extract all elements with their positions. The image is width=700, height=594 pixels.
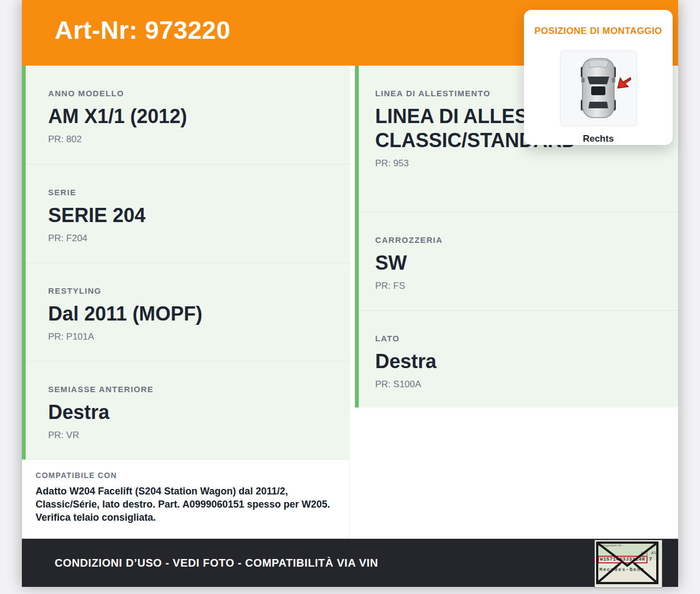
spec-pr-code: PR: 802 — [48, 134, 335, 145]
compatibility-text: Adatto W204 Facelift (S204 Station Wagon… — [36, 485, 347, 525]
spec-label: ANNO MODELLO — [48, 89, 335, 98]
spec-pr-code: PR: 953 — [375, 158, 663, 169]
spec-value: AM X1/1 (2012) — [48, 104, 335, 129]
compatibility-card: COMPATIBILE CON Adatto W204 Facelift (S2… — [22, 459, 350, 539]
spec-section-semiasse-anteriore: SEMIASSE ANTERIORE Destra PR: VR — [26, 361, 350, 459]
spec-pr-code: PR: F204 — [48, 233, 335, 244]
spec-value: SERIE 204 — [48, 203, 335, 228]
spec-label: LATO — [375, 334, 663, 343]
spec-section-serie: SERIE SERIE 204 PR: F204 — [26, 164, 350, 263]
spec-pr-code: PR: VR — [48, 430, 335, 441]
registration-document-thumbnail[interactable]: Fahrgestell-Nr. |4| Al W1571463J3124R 7 … — [595, 540, 662, 587]
spec-section-lato: LATO Destra PR: S100A — [359, 310, 678, 407]
spec-pr-code: PR: P101A — [48, 331, 335, 342]
mounting-position-title: POSIZIONE DI MONTAGGIO — [524, 26, 673, 37]
spec-section-carrozzeria: CARROZZERIA SW PR: FS — [359, 212, 678, 310]
spec-section-restyling: RESTYLING Dal 2011 (MOPF) PR: P101A — [26, 263, 350, 361]
spec-label: SEMIASSE ANTERIORE — [48, 385, 335, 394]
spec-value: Destra — [375, 350, 663, 374]
spec-pr-code: PR: S100A — [375, 379, 663, 390]
spec-value: Dal 2011 (MOPF) — [48, 302, 335, 326]
mounting-position-caption: Rechts — [524, 133, 673, 144]
spec-section-anno-modello: ANNO MODELLO AM X1/1 (2012) PR: 802 — [26, 66, 350, 164]
left-column: ANNO MODELLO AM X1/1 (2012) PR: 802 SERI… — [22, 66, 350, 539]
envelope-outline-icon — [596, 541, 658, 584]
spec-value: SW — [375, 251, 663, 275]
conditions-text: CONDIZIONI D’USO - VEDI FOTO - COMPATIBI… — [55, 557, 378, 569]
listing-page: Art-Nr: 973220 POSIZIONE DI MONTAGGIO — [22, 0, 678, 587]
conditions-bar: CONDIZIONI D’USO - VEDI FOTO - COMPATIBI… — [22, 539, 678, 587]
spec-label: CARROZZERIA — [375, 235, 663, 244]
spec-pr-code: PR: FS — [375, 281, 663, 292]
left-spec-panel: ANNO MODELLO AM X1/1 (2012) PR: 802 SERI… — [22, 66, 350, 459]
mounting-position-image[interactable] — [560, 50, 637, 126]
spec-label: SERIE — [48, 188, 335, 197]
mounting-position-card: POSIZIONE DI MONTAGGIO — [524, 10, 673, 145]
spec-value: Destra — [48, 400, 335, 424]
compatibility-label: COMPATIBILE CON — [36, 471, 347, 480]
spec-label: RESTYLING — [48, 286, 335, 295]
red-down-left-arrow-icon — [611, 75, 631, 92]
